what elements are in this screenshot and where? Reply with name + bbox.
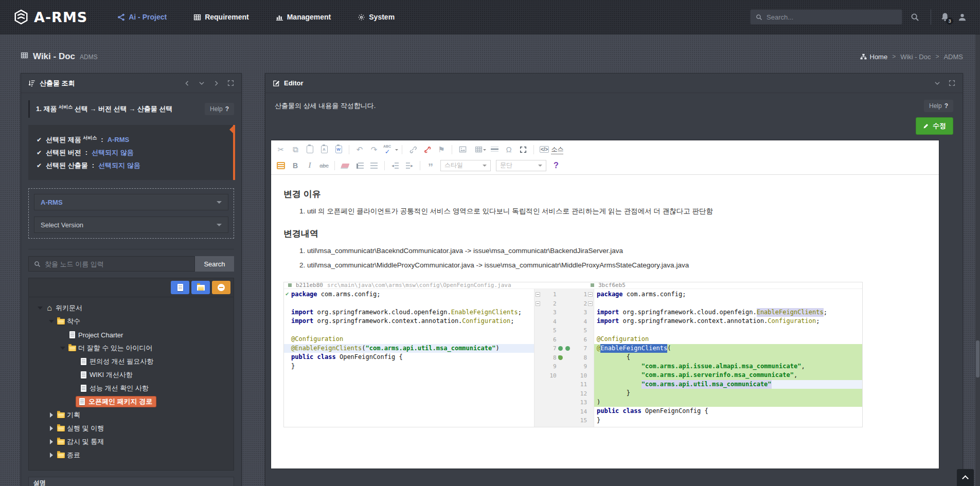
nav-item-label: System <box>369 13 395 21</box>
page-scrollbar[interactable] <box>975 34 980 486</box>
tree-node-folder[interactable]: 종료 <box>34 448 228 462</box>
copy-icon[interactable]: ⧉ <box>289 143 302 156</box>
right-line-number: 3 <box>572 309 587 316</box>
table-icon[interactable] <box>470 143 487 156</box>
fold-icon[interactable] <box>534 301 541 306</box>
expand-panel-icon[interactable] <box>227 80 234 86</box>
tree-node-selected[interactable]: 오픈페인 패키지 경로 <box>76 397 156 407</box>
tree-node-folder[interactable]: 기획 <box>34 408 228 422</box>
paste-text-icon[interactable]: A <box>317 143 331 156</box>
scroll-to-top-button[interactable] <box>957 469 974 486</box>
diff-right-pane[interactable]: package com.arms.config;import org.sprin… <box>594 289 862 427</box>
notifications-bell-icon[interactable]: 3 <box>940 12 950 22</box>
tree-node-folder[interactable]: 감시 및 통제 <box>34 435 228 448</box>
tree-node-doc[interactable]: 편의성 개선 필요사항 <box>34 355 228 368</box>
numbered-list-icon[interactable] <box>353 159 366 172</box>
maximize-icon[interactable] <box>516 143 530 156</box>
code-segment: ; <box>518 308 522 317</box>
user-profile-icon[interactable] <box>958 13 967 22</box>
collapse-down-icon[interactable] <box>199 80 205 86</box>
expand-panel-icon[interactable] <box>949 80 955 86</box>
tree-node-doc[interactable]: Project Charter <box>34 328 228 341</box>
eraser-icon[interactable] <box>338 159 352 172</box>
collapse-panel-icon[interactable] <box>934 80 940 86</box>
breadcrumb-home[interactable]: Home <box>860 53 888 61</box>
tree-node-home[interactable]: ⌂위키문서 <box>34 301 228 315</box>
list-item: util 의 오픈페인 클라이언트가 공통적인 서비스 영역으로 있다보니 독립… <box>307 206 926 217</box>
tree-search-button[interactable]: Search <box>195 256 234 272</box>
italic-icon[interactable]: I <box>303 159 316 172</box>
help-button[interactable]: Help? <box>924 100 953 112</box>
search-submit-icon[interactable] <box>911 13 919 22</box>
hline-icon[interactable] <box>488 143 501 156</box>
nav-item-ai-project[interactable]: Ai - Project <box>117 13 167 21</box>
paste-word-icon[interactable]: W <box>332 143 345 156</box>
nav-item-system[interactable]: System <box>358 13 395 21</box>
tree-node-label: 감시 및 통제 <box>67 437 104 446</box>
gutter-row: 99 <box>534 362 594 371</box>
breadcrumb-item[interactable]: Wiki - Doc <box>900 53 931 61</box>
tree-node-doc[interactable]: 성능 개선 확인 사항 <box>34 382 228 395</box>
tree-expand-arrow-icon[interactable] <box>47 439 56 444</box>
tree-node-folder[interactable]: 착수 <box>34 315 228 328</box>
tree-collapse-arrow-icon[interactable] <box>36 304 44 312</box>
right-line-number: 12 <box>572 390 587 397</box>
styles-dropdown[interactable]: 스타일 <box>440 160 491 171</box>
collapse-right-icon[interactable] <box>213 80 219 86</box>
editor-content[interactable]: 변경 이유 util 의 오픈페인 클라이언트가 공통적인 서비스 영역으로 있… <box>271 175 939 438</box>
outdent-icon[interactable]: ◂ <box>388 159 402 172</box>
omega-icon[interactable]: Ω <box>502 143 515 156</box>
paste-icon[interactable] <box>303 143 316 156</box>
tree-collapse-arrow-icon[interactable] <box>47 317 56 326</box>
tree-collapse-arrow-icon[interactable] <box>59 344 67 352</box>
undo-icon[interactable]: ↶ <box>353 143 366 156</box>
fold-icon[interactable] <box>587 292 594 297</box>
remove-node-button[interactable] <box>212 281 230 294</box>
add-document-button[interactable] <box>171 281 189 294</box>
bold-icon[interactable]: B <box>289 159 302 172</box>
tree-expand-arrow-icon[interactable] <box>47 453 56 458</box>
quote-icon[interactable]: ” <box>424 159 437 172</box>
edit-button[interactable]: 수정 <box>916 117 953 135</box>
nav-search-input[interactable] <box>767 13 897 21</box>
fold-icon[interactable] <box>534 292 541 297</box>
tree-expand-arrow-icon[interactable] <box>47 412 56 418</box>
tree-node-folder[interactable]: 실행 및 이행 <box>34 422 228 435</box>
paragraph-format-dropdown[interactable]: 문단 <box>496 160 546 171</box>
selection-info-box: ✔선택된 제품 서비스 : A-RMS✔선택된 버전 : 선택되지 않음✔선택된… <box>28 125 234 180</box>
tree-search-input[interactable] <box>45 260 189 268</box>
templates-icon[interactable] <box>274 159 288 172</box>
about-icon[interactable]: ? <box>549 159 563 172</box>
scrollbar-thumb[interactable] <box>976 340 979 377</box>
strike-icon[interactable]: abc <box>317 159 331 172</box>
image-icon[interactable] <box>456 143 469 156</box>
history-list: util\msa_communicatr\BacekndCommunicator… <box>283 246 926 271</box>
tree-node-folder[interactable]: 더 잘할 수 있는 아이디어 <box>34 341 228 355</box>
spellcheck-icon[interactable]: ABC✓ <box>382 143 398 156</box>
tree-expand-arrow-icon[interactable] <box>47 426 56 431</box>
source-icon[interactable]: </>소스 <box>538 143 565 156</box>
help-button[interactable]: Help? <box>205 103 234 115</box>
redo-icon[interactable]: ↷ <box>367 143 381 156</box>
diff-left-pane[interactable]: ✔ package com.arms.config;import org.spr… <box>284 289 534 427</box>
cut-icon[interactable]: ✂ <box>274 143 288 156</box>
version-select[interactable]: Select Version <box>34 217 228 233</box>
indent-icon[interactable]: ▸ <box>403 159 416 172</box>
nav-item-requirement[interactable]: Requirement <box>193 13 249 21</box>
bulleted-list-icon[interactable] <box>367 159 381 172</box>
unlink-icon[interactable] <box>420 143 434 156</box>
table-icon <box>193 13 201 21</box>
nav-search <box>750 9 902 25</box>
tree-node-doc[interactable]: 오픈페인 패키지 경로 <box>34 395 228 408</box>
collapse-left-icon[interactable] <box>184 80 190 86</box>
fold-icon[interactable] <box>587 301 594 306</box>
code-segment: ) <box>495 344 499 353</box>
nav-item-management[interactable]: Management <box>276 13 331 21</box>
anchor-icon[interactable]: ⚑ <box>435 143 448 156</box>
breadcrumb-item[interactable]: ADMS <box>943 53 963 61</box>
add-folder-button[interactable] <box>191 281 210 294</box>
link-icon[interactable] <box>406 143 419 156</box>
product-select[interactable]: A-RMS <box>34 194 228 210</box>
tree-node-doc[interactable]: WIKI 개선사항 <box>34 368 228 382</box>
brand[interactable]: A-RMS <box>13 9 87 25</box>
